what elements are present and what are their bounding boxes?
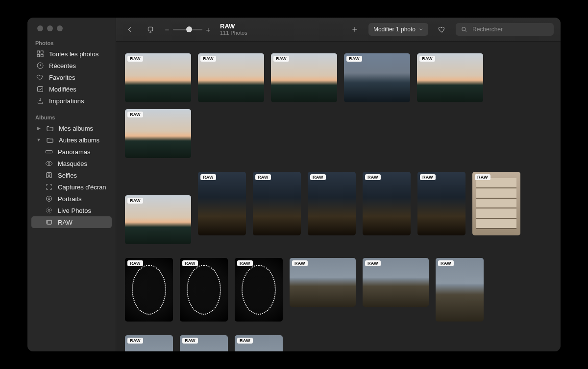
raw-badge: RAW xyxy=(127,338,143,344)
traffic-zoom[interactable] xyxy=(57,25,63,31)
traffic-close[interactable] xyxy=(37,25,43,31)
sidebar-section-photos: Photos xyxy=(27,37,116,48)
edit-dropdown[interactable]: Modifier 1 photo xyxy=(368,23,428,36)
sidebar-item-toutes-les-photos[interactable]: Toutes les photos xyxy=(31,48,112,60)
raw-badge: RAW xyxy=(182,260,198,266)
page-subtitle: 111 Photos xyxy=(220,30,247,36)
sidebar-item-mes-albums[interactable]: ▶ Mes albums xyxy=(31,122,112,134)
photo-thumbnail[interactable]: RAW xyxy=(125,109,191,158)
raw-badge: RAW xyxy=(292,260,308,266)
photo-thumbnail[interactable]: RAW xyxy=(308,172,356,235)
sidebar-item-label: Importations xyxy=(49,97,84,105)
sidebar-section-albums: Albums xyxy=(27,112,116,122)
sidebar-item-masquees[interactable]: Masquées xyxy=(31,158,112,169)
sidebar-item-portraits[interactable]: Portraits xyxy=(31,193,112,205)
raw-badge: RAW xyxy=(255,174,271,180)
photo-thumbnail[interactable]: RAW xyxy=(198,53,264,102)
zoom-slider[interactable] xyxy=(173,29,202,30)
search-input[interactable] xyxy=(471,25,549,33)
zoom-in-button[interactable]: + xyxy=(205,25,211,34)
sidebar-item-selfies[interactable]: Selfies xyxy=(31,169,112,181)
raw-badge: RAW xyxy=(420,174,436,180)
sidebar-item-label: Récentes xyxy=(49,62,76,69)
photo-thumbnail[interactable]: RAW xyxy=(125,53,191,102)
zoom-knob[interactable] xyxy=(186,26,192,32)
svg-rect-1 xyxy=(41,51,43,53)
back-button[interactable] xyxy=(123,23,137,36)
photo-thumbnail[interactable]: RAW xyxy=(472,172,520,235)
folder-icon xyxy=(46,124,54,132)
photo-thumbnail[interactable]: RAW xyxy=(198,172,246,235)
raw-badge: RAW xyxy=(475,174,490,180)
sidebar-item-label: Favorites xyxy=(49,74,75,81)
raw-badge: RAW xyxy=(200,56,216,62)
svg-rect-3 xyxy=(41,54,43,57)
svg-rect-2 xyxy=(37,54,40,57)
grid-scroll[interactable]: RAWRAWRAWRAWRAWRAWRAWRAWRAWRAWRAWRAWRAWR… xyxy=(116,42,561,351)
raw-badge: RAW xyxy=(438,260,454,266)
sidebar-item-label: RAW xyxy=(58,219,73,226)
sidebar-item-favorites[interactable]: Favorites xyxy=(31,71,112,83)
sidebar-item-importations[interactable]: Importations xyxy=(31,95,112,107)
svg-point-11 xyxy=(47,196,52,202)
favorite-button[interactable] xyxy=(435,23,449,36)
photo-thumbnail[interactable]: RAW xyxy=(344,53,410,102)
zoom-control: − + xyxy=(164,25,211,34)
traffic-minimize[interactable] xyxy=(47,25,53,31)
zoom-out-button[interactable]: − xyxy=(164,25,170,34)
photo-thumbnail[interactable]: RAW xyxy=(235,258,283,322)
display-mode-button[interactable] xyxy=(144,23,157,36)
title-block: RAW 111 Photos xyxy=(220,23,247,36)
heart-icon xyxy=(36,73,44,81)
photo-thumbnail[interactable]: RAW xyxy=(125,335,173,351)
folder-icon xyxy=(46,136,54,144)
raw-badge: RAW xyxy=(127,198,143,204)
photo-thumbnail[interactable]: RAW xyxy=(235,335,283,351)
live-icon xyxy=(45,207,53,214)
photo-thumbnail[interactable]: RAW xyxy=(363,172,411,235)
svg-point-9 xyxy=(48,174,50,176)
search-field[interactable] xyxy=(456,23,554,36)
photo-thumbnail[interactable]: RAW xyxy=(253,172,301,235)
photo-thumbnail[interactable]: RAW xyxy=(125,258,173,322)
chevron-down-icon[interactable]: ▼ xyxy=(36,138,41,142)
edit-dropdown-label: Modifier 1 photo xyxy=(373,26,416,33)
raw-badge: RAW xyxy=(365,260,381,266)
raw-badge: RAW xyxy=(127,112,143,117)
sidebar-nav-photos: Toutes les photos Récentes Favorites Mod… xyxy=(27,48,116,112)
raw-badge: RAW xyxy=(273,56,289,62)
sidebar-item-label: Autres albums xyxy=(59,137,99,144)
sidebar-item-recentes[interactable]: Récentes xyxy=(31,60,112,71)
search-icon xyxy=(461,26,467,33)
svg-point-7 xyxy=(48,162,50,164)
photo-thumbnail[interactable]: RAW xyxy=(363,258,429,307)
photo-thumbnail[interactable]: RAW xyxy=(180,258,228,322)
photo-thumbnail[interactable]: RAW xyxy=(271,53,337,102)
sidebar-item-captures-decran[interactable]: Captures d'écran xyxy=(31,181,112,193)
photo-thumbnail[interactable]: RAW xyxy=(417,53,483,102)
svg-rect-6 xyxy=(46,150,52,153)
sidebar-item-modifiees[interactable]: Modifiées xyxy=(31,83,112,95)
photo-thumbnail[interactable]: RAW xyxy=(125,195,191,244)
photo-thumbnail[interactable]: RAW xyxy=(417,172,466,235)
raw-badge: RAW xyxy=(127,56,143,62)
sidebar-item-panoramas[interactable]: Panoramas xyxy=(31,146,112,158)
sidebar-item-autres-albums[interactable]: ▼ Autres albums xyxy=(31,134,112,146)
page-title: RAW xyxy=(220,23,247,30)
sidebar-item-label: Modifiées xyxy=(49,86,76,93)
photo-thumbnail[interactable]: RAW xyxy=(436,258,484,322)
svg-point-12 xyxy=(48,209,50,211)
photo-thumbnail[interactable]: RAW xyxy=(290,258,356,307)
chevron-down-icon xyxy=(418,27,423,32)
raw-badge: RAW xyxy=(310,174,326,180)
svg-rect-16 xyxy=(148,27,152,31)
chevron-right-icon[interactable]: ▶ xyxy=(36,126,41,131)
selfie-icon xyxy=(45,171,53,179)
raw-badge: RAW xyxy=(346,56,362,62)
sidebar-item-raw[interactable]: RAW xyxy=(31,216,112,228)
svg-point-17 xyxy=(462,27,466,31)
add-button[interactable] xyxy=(348,23,362,36)
sidebar-item-live-photos[interactable]: Live Photos xyxy=(31,205,112,216)
sidebar-item-label: Toutes les photos xyxy=(49,50,98,58)
photo-thumbnail[interactable]: RAW xyxy=(180,335,228,351)
